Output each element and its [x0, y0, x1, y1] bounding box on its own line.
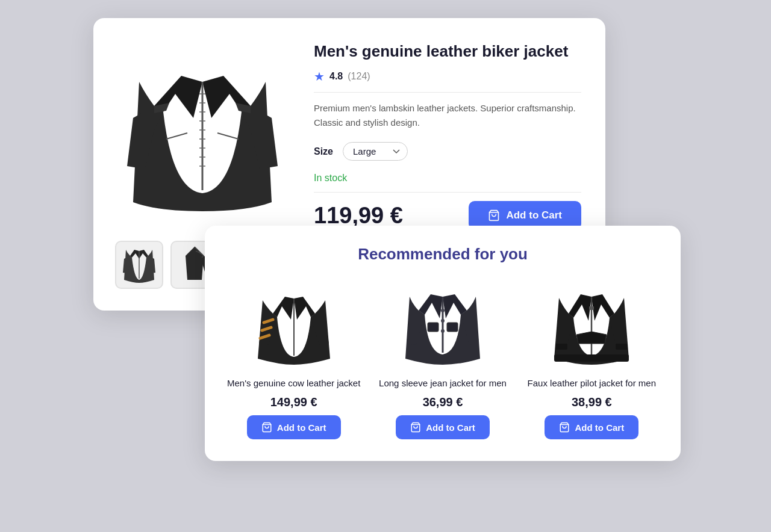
rec-cart-icon-1 [410, 422, 421, 433]
svg-rect-23 [589, 306, 594, 310]
thumbnail-1[interactable] [115, 241, 163, 289]
rec-jacket-icon-0 [252, 283, 336, 368]
rec-jacket-icon-2 [549, 283, 634, 368]
rec-name-2: Faux leather pilot jacket for men [528, 377, 656, 389]
size-row: Size Large Small Medium XL XXL [314, 142, 581, 161]
rec-price-1: 36,99 € [423, 395, 463, 409]
rec-name-1: Long sleeve jean jacket for men [379, 377, 507, 389]
rec-image-2 [543, 280, 640, 371]
size-label: Size [314, 146, 333, 157]
rec-add-label-2: Add to Cart [575, 422, 624, 433]
rec-jacket-icon-1 [401, 283, 485, 368]
rec-price-0: 149,99 € [270, 395, 317, 409]
product-price: 119,99 € [314, 203, 403, 229]
size-select[interactable]: Large Small Medium XL XXL [343, 142, 408, 161]
rec-add-cart-button-2[interactable]: Add to Cart [545, 415, 638, 439]
svg-point-16 [441, 309, 445, 312]
divider-1 [314, 92, 581, 93]
star-icon: ★ [314, 69, 325, 84]
rating-score: 4.8 [329, 71, 343, 82]
rec-item-2: Faux leather pilot jacket for men 38,99 … [525, 280, 659, 439]
svg-rect-25 [555, 344, 567, 350]
rec-add-label-1: Add to Cart [426, 422, 475, 433]
svg-rect-20 [447, 323, 458, 332]
main-product-image [115, 40, 290, 232]
svg-rect-19 [428, 323, 439, 332]
cart-icon [488, 209, 500, 221]
rec-cart-icon-0 [261, 422, 272, 433]
rec-item-0: Men's genuine cow leather jacket 149,99 … [226, 280, 361, 439]
svg-rect-24 [554, 354, 629, 362]
stock-status: In stock [314, 173, 581, 184]
rec-cart-icon-2 [559, 422, 570, 433]
recommended-grid: Men's genuine cow leather jacket 149,99 … [226, 280, 659, 439]
product-title: Men's genuine leather biker jacket [314, 42, 581, 61]
rating-row: ★ 4.8 (124) [314, 69, 581, 84]
product-info: Men's genuine leather biker jacket ★ 4.8… [314, 40, 581, 230]
recommended-title: Recommended for you [226, 245, 659, 264]
svg-point-17 [441, 319, 445, 323]
rec-image-1 [395, 280, 491, 371]
add-to-cart-label: Add to Cart [506, 209, 562, 221]
rec-add-cart-button-0[interactable]: Add to Cart [247, 415, 341, 439]
recommended-card: Recommended for you [205, 226, 681, 461]
jacket-main-icon [121, 46, 284, 226]
rec-add-cart-button-1[interactable]: Add to Cart [396, 415, 490, 439]
rating-count: (124) [348, 71, 370, 82]
divider-2 [314, 192, 581, 193]
rec-price-2: 38,99 € [572, 395, 612, 409]
rec-add-label-0: Add to Cart [277, 422, 326, 433]
rec-item-1: Long sleeve jean jacket for men 36,99 € … [375, 280, 510, 439]
svg-rect-26 [616, 344, 628, 350]
product-description: Premium men's lambskin leather jackets. … [314, 101, 581, 130]
rec-image-0 [246, 280, 342, 371]
svg-point-18 [441, 329, 445, 333]
rec-name-0: Men's genuine cow leather jacket [227, 377, 360, 389]
